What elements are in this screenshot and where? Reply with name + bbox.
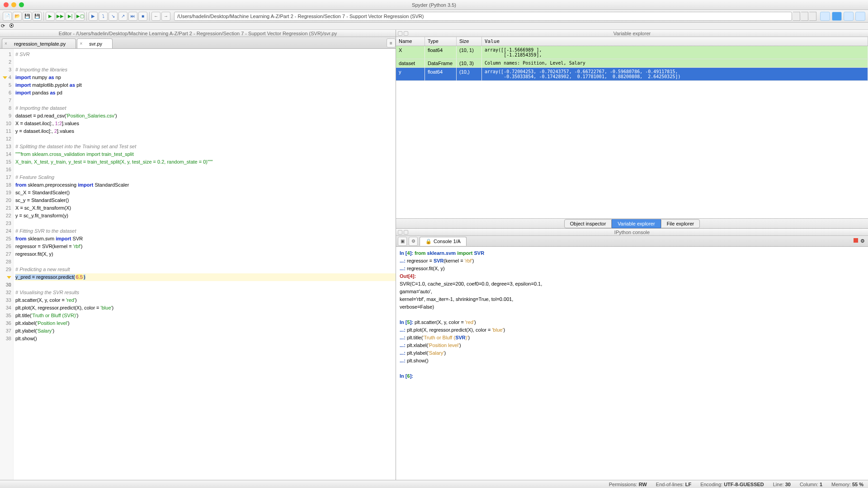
close-tab-icon[interactable]: × (78, 41, 84, 47)
save-button[interactable]: 💾 (23, 12, 32, 21)
tab-file-explorer[interactable]: File explorer (661, 219, 700, 228)
varex-pane-title: Variable explorer (396, 30, 868, 37)
ipython-console[interactable]: In [4]: from sklearn.svm import SVR ...:… (396, 247, 868, 480)
tab-variable-explorer[interactable]: Variable explorer (612, 219, 660, 228)
console-options-icon[interactable]: ⚙ (409, 237, 418, 246)
path-dropdown-icon[interactable] (793, 12, 800, 21)
window-title: Spyder (Python 3.5) (0, 2, 868, 8)
run-selection-button[interactable]: ▶▢ (75, 12, 85, 21)
tab-list-button[interactable]: ≡ (387, 38, 396, 47)
console-menu-icon[interactable]: ▣ (398, 237, 407, 246)
new-file-button[interactable]: 📄 (3, 12, 12, 21)
col-size[interactable]: Size (457, 37, 482, 46)
parent-directory-button[interactable] (809, 12, 816, 21)
tab-object-inspector[interactable]: Object inspector (564, 219, 612, 228)
col-value[interactable]: Value (482, 37, 868, 46)
layout-button-4[interactable] (855, 12, 865, 21)
run-cell-advance-button[interactable]: ▶| (66, 12, 75, 21)
step-over-button[interactable]: ⤵ (99, 12, 108, 21)
lock-icon: 🔒 (425, 239, 432, 244)
ipython-pane-title: IPython console (396, 229, 868, 236)
working-directory-input[interactable]: /Users/hadelin/Desktop/Machine Learning … (174, 12, 792, 21)
pin-pane-icon[interactable] (404, 31, 408, 36)
layout-button-3[interactable] (844, 12, 854, 21)
browse-directory-button[interactable] (801, 12, 808, 21)
layout-button-2[interactable] (832, 12, 842, 21)
step-into-button[interactable]: ↘ (108, 12, 118, 21)
variable-row[interactable]: yfloat64(10,)array([-0.72004253, -0.7024… (396, 68, 868, 81)
col-name[interactable]: Name (396, 37, 425, 46)
close-pane-icon[interactable] (398, 31, 402, 36)
close-tab-icon[interactable]: × (3, 41, 9, 47)
pin-pane-icon[interactable] (404, 230, 408, 235)
variable-row[interactable]: datasetDataFrame(10, 3)Column names: Pos… (396, 59, 868, 68)
save-all-button[interactable]: 💾 (33, 12, 42, 21)
run-cell-button[interactable]: ▶▶ (56, 12, 65, 21)
debug-button[interactable]: ▶ (89, 12, 98, 21)
open-file-button[interactable]: 📂 (13, 12, 22, 21)
status-bar: Permissions: RW End-of-lines: LF Encodin… (0, 480, 868, 488)
step-out-button[interactable]: ↗ (118, 12, 127, 21)
kernel-busy-icon (854, 238, 858, 243)
back-button[interactable]: ← (151, 12, 160, 21)
col-type[interactable]: Type (425, 37, 457, 46)
console-tab[interactable]: 🔒 Console 1/A (420, 237, 467, 246)
editor-tabs: × regression_template.py × svr.py ≡ (0, 37, 396, 49)
sub-toolbar: ⟳ ⦿ (0, 23, 868, 30)
variable-table[interactable]: Name Type Size Value Xfloat64(10, 1)arra… (396, 37, 868, 218)
tool-icon[interactable]: ⟳ (1, 23, 7, 29)
options-icon[interactable]: ⚙ (860, 238, 866, 244)
forward-button[interactable]: → (161, 12, 170, 21)
stop-debug-button[interactable]: ■ (138, 12, 147, 21)
titlebar: Spyder (Python 3.5) (0, 0, 868, 10)
run-file-button[interactable]: ▶ (46, 12, 55, 21)
continue-button[interactable]: ⏭ (128, 12, 137, 21)
tab-regression-template[interactable]: × regression_template.py (2, 38, 76, 48)
tab-svr[interactable]: × svr.py (77, 38, 113, 48)
variable-row[interactable]: Xfloat64(10, 1)array([[-1.5666989 ], [-1… (396, 46, 868, 59)
close-pane-icon[interactable] (398, 230, 402, 235)
tool-icon-2[interactable]: ⦿ (9, 23, 15, 29)
code-editor[interactable]: 123 456789101112131415161718192021222324… (0, 49, 396, 480)
editor-pane-title: Editor - /Users/hadelin/Desktop/Machine … (0, 30, 396, 37)
main-toolbar: 📄 📂 💾 💾 ▶ ▶▶ ▶| ▶▢ ▶ ⤵ ↘ ↗ ⏭ ■ ← → /User… (0, 10, 868, 23)
layout-button-1[interactable] (820, 12, 830, 21)
